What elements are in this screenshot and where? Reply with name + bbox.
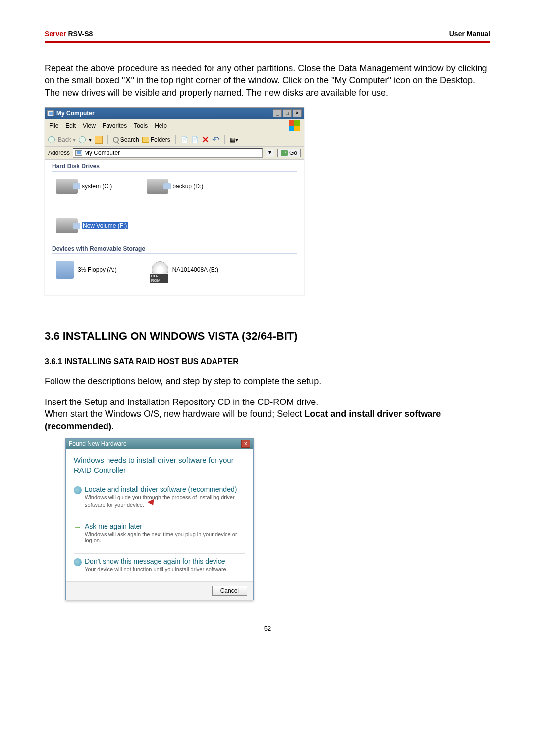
address-bar: Address My Computer ▾ Go: [45, 147, 304, 160]
hdd-icon: [56, 218, 78, 233]
setup-steps: Insert the Setup and Installation Reposi…: [45, 396, 490, 432]
menu-tools[interactable]: Tools: [134, 122, 148, 129]
forward-caret-icon[interactable]: ▾: [89, 136, 92, 143]
drive-floppy-a[interactable]: 3½ Floppy (A:): [56, 261, 117, 279]
option-dont-show[interactable]: Don't show this message again for this d…: [74, 553, 245, 576]
setup-intro: Follow the descriptions below, and step …: [45, 375, 490, 387]
window-titlebar[interactable]: My Computer _ □ ×: [45, 108, 304, 119]
back-icon[interactable]: [48, 136, 55, 143]
explorer-content: Hard Disk Drives system (C:) backup (D:)…: [45, 160, 304, 295]
header-left: Server RSV-S8: [45, 30, 93, 38]
header-right: User Manual: [449, 30, 490, 38]
manual-page: Server RSV-S8 User Manual Repeat the abo…: [0, 0, 535, 652]
search-icon: [113, 137, 119, 143]
shield-icon: [74, 558, 82, 566]
minimize-button[interactable]: _: [273, 109, 282, 117]
hdd-icon: [56, 179, 78, 194]
delete-icon[interactable]: ✕: [202, 136, 209, 143]
model-label: RSV-S8: [68, 30, 93, 38]
undo-icon[interactable]: ↶: [212, 136, 219, 143]
folders-button[interactable]: Folders: [142, 136, 170, 143]
cursor-icon: [148, 499, 157, 508]
views-icon[interactable]: ▦▾: [230, 136, 238, 143]
mycomputer-window: My Computer _ □ × File Edit View Favorit…: [45, 107, 304, 295]
toolbar: Back ▾ ▾ Search Folders 📄 📄 ✕ ↶ ▦▾: [45, 133, 304, 147]
mycomputer-icon: [75, 150, 82, 156]
drive-new-volume-f[interactable]: New Volume (F:): [56, 218, 128, 233]
address-dropdown-icon[interactable]: ▾: [266, 149, 274, 157]
vista-title: Found New Hardware: [69, 440, 127, 447]
forward-icon[interactable]: [79, 136, 86, 143]
toolbar-separator: [175, 135, 176, 144]
intro-paragraph: Repeat the above procedure as needed for…: [45, 62, 490, 99]
toolbar-separator: [224, 135, 225, 144]
found-new-hardware-dialog: Found New Hardware x Windows needs to in…: [65, 438, 254, 600]
drive-cd-e[interactable]: NA1014008A (E:): [152, 261, 218, 279]
shield-icon: [74, 486, 82, 494]
drive-system-c[interactable]: system (C:): [56, 179, 112, 194]
go-button[interactable]: Go: [277, 149, 301, 157]
back-button[interactable]: Back ▾: [58, 136, 76, 143]
maximize-button[interactable]: □: [283, 109, 292, 117]
address-value: My Computer: [84, 150, 120, 156]
menu-view[interactable]: View: [83, 122, 96, 129]
brand-label: Server: [45, 30, 68, 38]
group-header-hdd: Hard Disk Drives: [52, 160, 297, 172]
address-label: Address: [48, 150, 70, 156]
menu-favorites[interactable]: Favorites: [103, 122, 127, 129]
section-3-6-1-title: 3.6.1 INSTALLING SATA RAID HOST BUS ADAP…: [45, 357, 490, 366]
floppy-icon: [56, 261, 74, 279]
close-button[interactable]: x: [241, 440, 250, 448]
arrow-right-icon: →: [74, 524, 82, 530]
menu-edit[interactable]: Edit: [65, 122, 76, 129]
menu-help[interactable]: Help: [155, 122, 167, 129]
page-number: 52: [45, 625, 490, 632]
copy-to-icon[interactable]: 📄: [191, 136, 199, 143]
vista-titlebar[interactable]: Found New Hardware x: [66, 439, 253, 449]
section-3-6-title: 3.6 INSTALLING ON WINDOWS VISTA (32/64-B…: [45, 330, 490, 343]
page-header: Server RSV-S8 User Manual: [45, 30, 490, 43]
group-header-removable: Devices with Removable Storage: [52, 242, 297, 254]
folder-icon: [142, 137, 149, 143]
cd-icon: [152, 261, 168, 278]
move-to-icon[interactable]: 📄: [181, 136, 188, 143]
drive-backup-d[interactable]: backup (D:): [147, 179, 203, 194]
option-locate-install[interactable]: Locate and install driver software (reco…: [74, 481, 245, 512]
toolbar-separator: [107, 135, 108, 144]
menu-file[interactable]: File: [49, 122, 58, 129]
vista-heading: Windows needs to install driver software…: [74, 455, 245, 475]
cancel-button[interactable]: Cancel: [212, 586, 247, 596]
up-icon[interactable]: [95, 136, 103, 144]
close-button[interactable]: ×: [293, 109, 302, 117]
window-title: My Computer: [56, 110, 95, 117]
menu-bar: File Edit View Favorites Tools Help: [45, 119, 304, 133]
search-button[interactable]: Search: [113, 136, 139, 143]
option-ask-later[interactable]: → Ask me again later Windows will ask ag…: [74, 518, 245, 547]
windows-logo-icon: [289, 120, 300, 131]
go-arrow-icon: [281, 150, 288, 156]
address-field[interactable]: My Computer: [73, 148, 263, 158]
mycomputer-icon: [47, 110, 54, 116]
hdd-icon: [147, 179, 168, 194]
